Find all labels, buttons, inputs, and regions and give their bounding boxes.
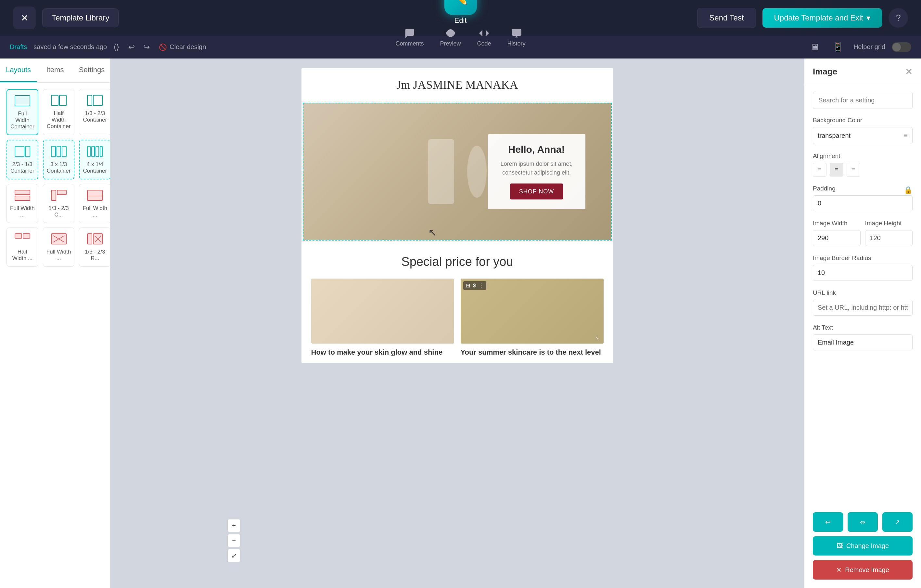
layout-full-width-container[interactable]: Full Width Container <box>7 89 38 135</box>
hero-selection[interactable]: Hello, Anna! Lorem ipsum dolor sit amet,… <box>303 103 612 241</box>
background-color-input[interactable]: transparent ≡ <box>813 127 913 144</box>
link-action-button[interactable]: ⇔ <box>848 512 878 532</box>
main-area: Layouts Items Settings Full Width Contai… <box>0 59 921 588</box>
one-third-r-icon <box>85 232 105 245</box>
image-width-input[interactable] <box>813 230 861 246</box>
tab-settings[interactable]: Settings <box>73 59 110 82</box>
zoom-fit-button[interactable]: ⤢ <box>228 549 241 562</box>
layout-full-width-4[interactable]: Full Width ... <box>43 228 75 267</box>
panel-close-button[interactable]: ✕ <box>905 66 913 77</box>
one-third-icon <box>85 94 105 107</box>
layout-one-third-c[interactable]: 1/3 - 2/3 C... <box>43 184 75 223</box>
expand-action-button[interactable]: ↗ <box>882 512 913 532</box>
lock-icon[interactable]: 🔒 <box>904 186 913 194</box>
crop-action-button[interactable]: ↩ <box>813 512 843 532</box>
one-third-c-icon <box>49 189 68 202</box>
layout-one-third-two-third[interactable]: 1/3 - 2/3 Container <box>79 89 110 135</box>
special-price-title: Special price for you <box>311 255 604 269</box>
image-width-label: Image Width <box>813 220 861 227</box>
change-image-button[interactable]: 🖼 Change Image <box>813 536 913 555</box>
image-height-group: Image Height <box>865 220 913 246</box>
url-link-input[interactable] <box>813 300 913 316</box>
comments-tool[interactable]: Comments <box>395 28 424 47</box>
layout-full-width-3[interactable]: Full Width ... <box>79 184 110 223</box>
alt-text-input[interactable] <box>813 334 913 350</box>
template-library-button[interactable]: Template Library <box>42 8 119 27</box>
padding-label: Padding <box>813 185 836 192</box>
desktop-view-button[interactable]: 🖥 <box>807 38 823 55</box>
sidebar-tabs: Layouts Items Settings <box>0 59 110 83</box>
align-left-button[interactable]: ≡ <box>813 163 827 176</box>
svg-rect-20 <box>57 190 66 195</box>
image-width-group: Image Width <box>813 220 861 246</box>
email-canvas: Jm JASMINE MANAKA Hello, A <box>301 68 613 363</box>
history-tool[interactable]: History <box>508 28 526 47</box>
product-image-1 <box>311 279 454 344</box>
close-button[interactable]: ✕ <box>13 7 36 29</box>
email-header: Jm JASMINE MANAKA <box>301 68 613 101</box>
border-radius-input[interactable] <box>813 265 913 281</box>
help-button[interactable]: ? <box>888 8 908 28</box>
background-color-value: transparent <box>818 132 851 139</box>
panel-header: Image ✕ <box>804 59 921 85</box>
layout-two-third-one-third[interactable]: 2/3 - 1/3 Container <box>7 140 38 179</box>
helper-grid-toggle[interactable] <box>892 42 911 52</box>
collapse-sidebar-button[interactable]: ⟨⟩ <box>113 42 119 52</box>
layout-three-col[interactable]: 3 x 1/3 Container <box>43 140 75 179</box>
send-test-button[interactable]: Send Test <box>697 8 756 28</box>
zoom-controls: + − ⤢ <box>228 519 241 562</box>
image-height-label: Image Height <box>865 220 913 227</box>
layout-one-third-r[interactable]: 1/3 - 2/3 R... <box>79 228 110 267</box>
layout-grid: Full Width Container Half Width Containe… <box>7 89 104 267</box>
resize-handle[interactable]: ↘ <box>595 335 602 342</box>
crop-icon[interactable]: ⊞ <box>466 282 470 288</box>
zoom-out-button[interactable]: − <box>228 534 241 547</box>
change-image-icon: 🖼 <box>836 542 843 550</box>
half-width-label: Half Width Container <box>46 110 71 130</box>
layout-half-width-2[interactable]: Half Width ... <box>7 228 38 267</box>
half-width-2-label: Half Width ... <box>10 249 35 262</box>
full-width-2-label: Full Width ... <box>10 205 35 218</box>
four-col-icon <box>85 145 105 158</box>
half-width-2-icon <box>13 232 32 245</box>
product-card-1: How to make your skin glow and shine <box>311 279 454 357</box>
layout-half-width-container[interactable]: Half Width Container <box>43 89 75 135</box>
layout-four-col[interactable]: 4 x 1/4 Container <box>79 140 110 179</box>
code-label: Code <box>477 40 491 47</box>
more-icon[interactable]: ⋮ <box>478 282 484 288</box>
mobile-view-button[interactable]: 📱 <box>829 38 847 55</box>
settings-icon[interactable]: ⚙ <box>472 282 477 288</box>
nav-right: Send Test Update Template and Exit ▾ ? <box>697 8 908 28</box>
image-height-input[interactable] <box>865 230 913 246</box>
clear-design-icon: 🚫 <box>159 43 167 51</box>
full-width-4-icon <box>49 232 68 245</box>
hero-body: Lorem ipsum dolor sit amet, consectetur … <box>497 160 576 177</box>
hero-container: Hello, Anna! Lorem ipsum dolor sit amet,… <box>301 103 613 241</box>
align-right-button[interactable]: ≡ <box>846 163 860 176</box>
svg-rect-4 <box>51 95 58 106</box>
padding-input[interactable] <box>813 195 913 211</box>
undo-button[interactable]: ↩ <box>126 40 137 54</box>
update-template-button[interactable]: Update Template and Exit ▾ <box>763 8 882 28</box>
svg-rect-21 <box>87 190 103 200</box>
shop-now-button[interactable]: SHOP NOW <box>510 184 563 200</box>
search-setting-input[interactable] <box>813 92 913 109</box>
clear-design-button[interactable]: 🚫 Clear design <box>159 43 206 51</box>
redo-button[interactable]: ↪ <box>141 40 152 54</box>
svg-rect-15 <box>96 146 99 157</box>
remove-image-button[interactable]: ✕ Remove Image <box>813 560 913 580</box>
align-center-button[interactable]: ≡ <box>830 163 843 176</box>
layout-full-width-2[interactable]: Full Width ... <box>7 184 38 223</box>
preview-tool[interactable]: Preview <box>440 28 460 47</box>
code-tool[interactable]: Code <box>477 28 491 47</box>
tab-layouts[interactable]: Layouts <box>0 59 37 82</box>
product-image-2[interactable]: ⊞ ⚙ ⋮ ↘ <box>460 279 604 344</box>
panel-body: Background Color transparent ≡ Alignment… <box>804 85 921 512</box>
tab-items[interactable]: Items <box>37 59 73 82</box>
product-title-1: How to make your skin glow and shine <box>311 348 454 357</box>
three-col-icon <box>49 145 68 158</box>
edit-icon-button[interactable]: ✏️ <box>444 0 477 15</box>
preview-label: Preview <box>440 40 460 47</box>
svg-rect-5 <box>59 95 66 106</box>
zoom-in-button[interactable]: + <box>228 519 241 532</box>
